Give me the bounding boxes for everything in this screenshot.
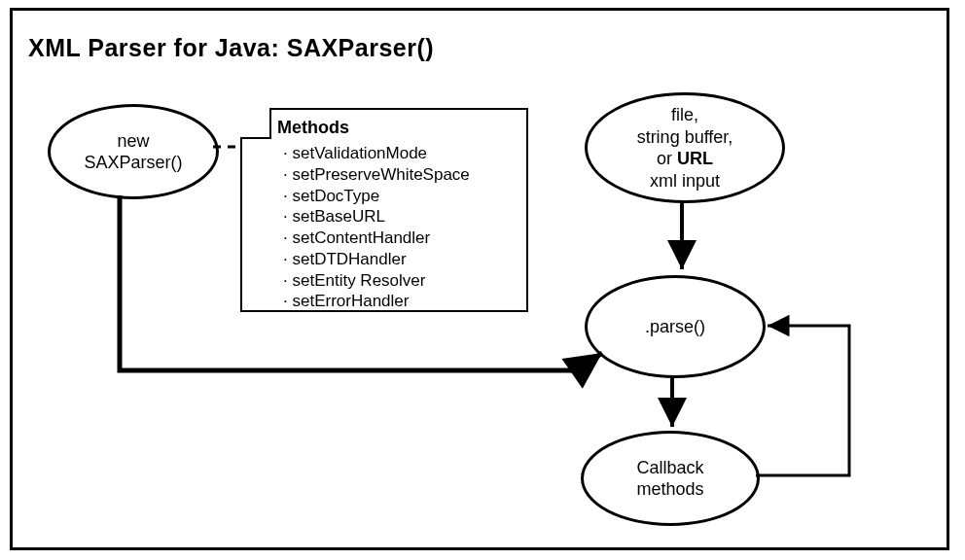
node-parse: .parse() — [585, 275, 766, 378]
node-cb-line2: methods — [636, 478, 703, 501]
note-methods: Methods setValidationMode setPreserveWhi… — [240, 108, 528, 312]
node-parse-label: .parse() — [645, 316, 705, 338]
note-item: setBaseURL — [283, 206, 470, 228]
node-input-line3: or URL — [637, 148, 733, 170]
node-input-line3-bold: URL — [677, 149, 713, 168]
note-item: setErrorHandler — [283, 291, 470, 312]
node-new-line1: new — [84, 130, 182, 153]
node-input-line3-prefix: or — [657, 149, 677, 168]
node-cb-line1: Callback — [636, 457, 703, 479]
note-heading: Methods — [277, 118, 349, 138]
note-item: setDTDHandler — [283, 249, 470, 270]
note-item: setValidationMode — [283, 143, 470, 164]
node-new-line2: SAXParser() — [84, 152, 182, 174]
note-list: setValidationMode setPreserveWhiteSpace … — [283, 143, 470, 312]
note-item: setPreserveWhiteSpace — [283, 164, 470, 186]
node-input-line2: string buffer, — [637, 126, 733, 149]
note-item: setEntity Resolver — [283, 270, 470, 292]
note-item: setContentHandler — [283, 228, 470, 249]
node-input-line1: file, — [637, 104, 733, 126]
node-new-saxparser: new SAXParser() — [48, 104, 219, 199]
node-input-line4: xml input — [637, 170, 733, 192]
diagram-title: XML Parser for Java: SAXParser() — [28, 34, 434, 62]
diagram-frame: XML Parser for Java: SAXParser() new SAX… — [10, 8, 949, 550]
note-item: setDocType — [283, 186, 470, 207]
node-xml-input: file, string buffer, or URL xml input — [585, 92, 785, 203]
edge-callback-parse — [756, 326, 849, 475]
node-callback: Callback methods — [581, 431, 760, 526]
